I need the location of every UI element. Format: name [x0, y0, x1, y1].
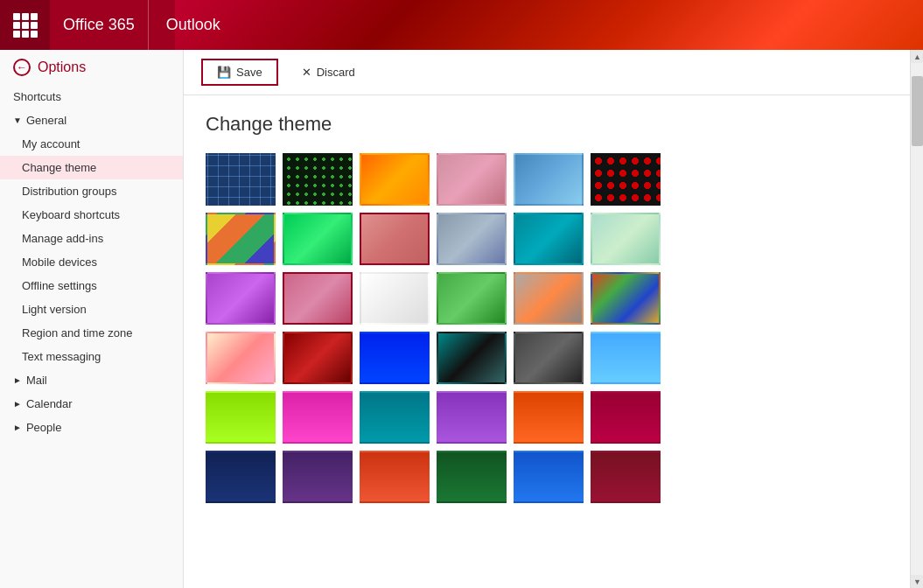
theme-swatch-14[interactable] [283, 272, 353, 325]
sidebar-item-distribution-groups[interactable]: Distribution groups [0, 179, 183, 203]
theme-swatch-7[interactable] [206, 213, 276, 265]
theme-swatch-20[interactable] [283, 332, 353, 384]
sidebar: ← Options Shortcuts ▼ General My account… [0, 50, 184, 588]
theme-swatch-24[interactable] [591, 332, 661, 384]
theme-content: Change theme [184, 95, 910, 588]
calendar-group-header[interactable]: ► Calendar [0, 392, 183, 416]
scrollbar-thumb[interactable] [912, 76, 923, 146]
save-button[interactable]: 💾 Save [201, 59, 278, 86]
theme-swatch-19[interactable] [206, 332, 276, 384]
save-label: Save [236, 66, 262, 79]
save-icon: 💾 [217, 66, 231, 79]
theme-swatch-23[interactable] [514, 332, 584, 384]
theme-swatch-32[interactable] [283, 451, 353, 503]
calendar-arrow-icon: ► [13, 399, 22, 409]
theme-swatch-21[interactable] [360, 332, 430, 384]
scrollbar[interactable]: ▲ ▼ [910, 50, 923, 588]
theme-swatch-26[interactable] [283, 391, 353, 444]
theme-swatch-2[interactable] [283, 153, 353, 206]
theme-swatch-11[interactable] [514, 213, 584, 265]
theme-swatch-16[interactable] [437, 272, 507, 325]
general-label: General [26, 114, 66, 127]
sidebar-item-offline-settings[interactable]: Offline settings [0, 274, 183, 298]
theme-swatch-35[interactable] [514, 451, 584, 503]
sidebar-item-light-version[interactable]: Light version [0, 298, 183, 321]
office365-label: Office 365 [50, 0, 149, 50]
discard-button[interactable]: ✕ Discard [287, 60, 370, 85]
discard-icon: ✕ [302, 66, 311, 79]
shortcuts-label: Shortcuts [0, 85, 183, 108]
mail-label: Mail [26, 374, 47, 387]
scroll-down-button[interactable]: ▼ [911, 575, 923, 588]
theme-swatch-25[interactable] [206, 391, 276, 444]
theme-swatch-10[interactable] [437, 213, 507, 265]
sidebar-item-change-theme[interactable]: Change theme [0, 156, 183, 179]
discard-label: Discard [317, 66, 355, 79]
theme-swatch-22[interactable] [437, 332, 507, 384]
calendar-label: Calendar [26, 397, 73, 410]
back-button[interactable]: ← [13, 59, 31, 76]
sidebar-item-manage-addins[interactable]: Manage add-ins [0, 227, 183, 250]
general-group-header[interactable]: ▼ General [0, 108, 183, 132]
theme-swatch-1[interactable] [206, 153, 276, 206]
theme-swatch-18[interactable] [591, 272, 661, 325]
theme-grid [206, 153, 888, 503]
theme-swatch-13[interactable] [206, 272, 276, 325]
theme-swatch-3[interactable] [360, 153, 430, 206]
theme-swatch-17[interactable] [514, 272, 584, 325]
theme-swatch-29[interactable] [514, 391, 584, 444]
mail-group-header[interactable]: ► Mail [0, 368, 183, 392]
theme-swatch-9[interactable] [360, 213, 430, 265]
content-area: 💾 Save ✕ Discard Change theme [184, 50, 910, 588]
grid-icon [13, 13, 38, 38]
options-label: Options [38, 60, 86, 75]
sidebar-item-keyboard-shortcuts[interactable]: Keyboard shortcuts [0, 203, 183, 227]
theme-swatch-30[interactable] [591, 391, 661, 444]
people-label: People [26, 421, 61, 434]
theme-swatch-5[interactable] [514, 153, 584, 206]
theme-swatch-36[interactable] [591, 451, 661, 503]
theme-title: Change theme [206, 113, 888, 136]
theme-swatch-8[interactable] [283, 213, 353, 265]
people-arrow-icon: ► [13, 423, 22, 432]
sidebar-item-region-timezone[interactable]: Region and time zone [0, 321, 183, 345]
theme-swatch-33[interactable] [360, 451, 430, 503]
theme-swatch-15[interactable] [360, 272, 430, 325]
theme-swatch-12[interactable] [591, 213, 661, 265]
general-arrow-icon: ▼ [13, 116, 22, 125]
scroll-up-button[interactable]: ▲ [911, 50, 923, 63]
header: Office 365 Outlook [0, 0, 923, 50]
options-header[interactable]: ← Options [0, 50, 183, 85]
sidebar-item-mobile-devices[interactable]: Mobile devices [0, 250, 183, 274]
app-grid-button[interactable] [0, 0, 50, 50]
theme-swatch-34[interactable] [437, 451, 507, 503]
sidebar-item-text-messaging[interactable]: Text messaging [0, 345, 183, 368]
header-background [175, 0, 923, 50]
theme-swatch-27[interactable] [360, 391, 430, 444]
main-layout: ← Options Shortcuts ▼ General My account… [0, 50, 923, 588]
theme-swatch-28[interactable] [437, 391, 507, 444]
sidebar-item-my-account[interactable]: My account [0, 132, 183, 156]
theme-swatch-4[interactable] [437, 153, 507, 206]
theme-swatch-31[interactable] [206, 451, 276, 503]
theme-swatch-6[interactable] [591, 153, 661, 206]
outlook-label: Outlook [149, 16, 238, 34]
toolbar: 💾 Save ✕ Discard [184, 50, 910, 95]
people-group-header[interactable]: ► People [0, 416, 183, 439]
mail-arrow-icon: ► [13, 375, 22, 385]
